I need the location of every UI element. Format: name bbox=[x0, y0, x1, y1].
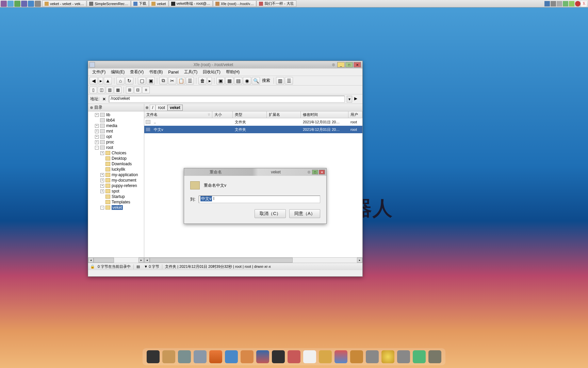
view-detail-button[interactable]: ≡ bbox=[142, 87, 150, 93]
dock-app-icon[interactable] bbox=[428, 350, 441, 363]
dock-brightness-icon[interactable] bbox=[381, 350, 394, 363]
view-big-icons-button[interactable]: ⊞ bbox=[126, 87, 133, 93]
tray-workspace-icon[interactable] bbox=[551, 1, 556, 6]
delete-button[interactable]: ▸ bbox=[207, 77, 212, 85]
tray-workspace-icon[interactable] bbox=[544, 1, 550, 6]
layout-two-pane-button[interactable]: ▥ bbox=[106, 87, 113, 93]
dock-firefox-icon[interactable] bbox=[209, 350, 222, 363]
new-file-button[interactable]: ▢ bbox=[138, 77, 146, 85]
task-button[interactable]: veket终端 - root@… bbox=[169, 0, 213, 7]
tree-toggle-button[interactable]: + bbox=[100, 179, 104, 182]
copy-button[interactable]: ⧉ bbox=[159, 77, 167, 85]
tree-item[interactable]: +my-document bbox=[88, 178, 144, 183]
tree-item[interactable]: +media bbox=[88, 123, 144, 128]
dock-app-icon[interactable] bbox=[178, 350, 191, 363]
view-list-button[interactable]: ☰ bbox=[285, 77, 293, 85]
task-button[interactable]: veket bbox=[149, 0, 168, 7]
tray-ime-icon[interactable]: 五 bbox=[581, 1, 587, 6]
minimize-button[interactable]: _ bbox=[337, 62, 345, 67]
new-folder-button[interactable]: ▣ bbox=[147, 77, 155, 85]
menu-trash[interactable]: 回收站(T) bbox=[201, 68, 222, 76]
launcher-icon[interactable] bbox=[21, 1, 27, 7]
tree-item[interactable]: +proc bbox=[88, 139, 144, 145]
tree-item[interactable]: lib64 bbox=[88, 118, 144, 123]
list-row[interactable]: ..文件夹2021年12月01日 20…root bbox=[144, 118, 362, 126]
tree-item[interactable]: +Choices bbox=[88, 150, 144, 156]
tree-item[interactable]: +spot bbox=[88, 188, 144, 194]
tray-record-icon[interactable] bbox=[575, 1, 581, 6]
task-button[interactable]: 下载 bbox=[131, 0, 149, 7]
column-type-header[interactable]: 类型 bbox=[233, 111, 267, 118]
accept-button[interactable]: 同意（A） bbox=[289, 209, 320, 218]
column-user-header[interactable]: 用户 bbox=[348, 111, 362, 118]
tree-item[interactable]: Desktop bbox=[88, 156, 144, 161]
archive-button[interactable]: ▦ bbox=[225, 77, 233, 85]
tree-scrollbar-horizontal[interactable]: ◂ ▸ bbox=[88, 257, 144, 263]
scroll-thumb[interactable] bbox=[94, 258, 114, 263]
column-mtime-header[interactable]: 修改时间 bbox=[301, 111, 348, 118]
launcher-icon[interactable] bbox=[1, 1, 7, 7]
tree-toggle-button[interactable]: + bbox=[95, 135, 99, 139]
tree-toggle-button[interactable]: + bbox=[95, 124, 99, 128]
clear-address-button[interactable]: ✕ bbox=[101, 96, 107, 102]
menu-bookmarks[interactable]: 书签(B) bbox=[147, 68, 165, 76]
address-dropdown[interactable]: ▾ bbox=[347, 96, 352, 103]
breadcrumb-root[interactable]: / bbox=[150, 105, 156, 111]
dock-app-icon[interactable] bbox=[366, 350, 379, 363]
dialog-maximize-button[interactable]: □ bbox=[312, 170, 318, 174]
list-row[interactable]: 中文v文件夹2021年12月01日 20…root bbox=[144, 126, 362, 133]
tree-item[interactable]: +my-application bbox=[88, 172, 144, 178]
tree-toggle-button[interactable]: + bbox=[95, 113, 99, 117]
tree-toggle-button[interactable]: + bbox=[95, 129, 99, 133]
task-button[interactable]: SimpleScreenRec… bbox=[87, 0, 131, 7]
cancel-button[interactable]: 取消（C） bbox=[255, 209, 286, 218]
search-button[interactable]: 🔍 bbox=[252, 77, 260, 85]
view-small-icons-button[interactable]: ⊟ bbox=[134, 87, 142, 93]
scroll-right-arrow[interactable]: ▸ bbox=[138, 258, 144, 263]
dialog-pin-icon[interactable]: ⊗ bbox=[307, 170, 311, 174]
dock-app-icon[interactable] bbox=[288, 350, 300, 363]
column-ext-header[interactable]: 扩展名 bbox=[267, 111, 301, 118]
tree-item[interactable]: -root bbox=[88, 145, 144, 150]
status-filter-icon[interactable]: ▤ bbox=[136, 264, 141, 269]
dock-app-icon[interactable] bbox=[256, 350, 269, 363]
layout-tree-pane-button[interactable]: ◫ bbox=[98, 87, 105, 93]
cut-button[interactable]: ✂ bbox=[168, 77, 176, 85]
scroll-track[interactable] bbox=[150, 258, 357, 263]
back-button[interactable]: ◀ bbox=[89, 77, 98, 85]
maximize-button[interactable]: □ bbox=[345, 62, 353, 67]
dock-terminal-icon[interactable] bbox=[147, 350, 160, 363]
tree-item[interactable]: +opt bbox=[88, 134, 144, 139]
tree-item[interactable]: +puppy-referen bbox=[88, 183, 144, 188]
scroll-right-arrow[interactable]: ▸ bbox=[357, 258, 362, 263]
address-go-button[interactable]: ▶ bbox=[354, 96, 360, 102]
mount-button[interactable]: ◉ bbox=[243, 77, 251, 85]
scroll-thumb[interactable] bbox=[150, 258, 293, 263]
tree-item[interactable]: Templates bbox=[88, 199, 144, 205]
window-titlebar[interactable]: Xfe (root) - /root/veket ⊗ _ □ ✕ bbox=[88, 61, 362, 68]
launcher-icon[interactable] bbox=[7, 1, 14, 7]
dock-app-icon[interactable] bbox=[350, 350, 363, 363]
task-button[interactable]: Xfe (root) - /root/v… bbox=[213, 0, 256, 7]
refresh-button[interactable]: ↻ bbox=[125, 77, 133, 85]
scroll-left-arrow[interactable]: ◂ bbox=[144, 258, 150, 263]
menu-file[interactable]: 文件(F) bbox=[90, 68, 108, 76]
dock-app-icon[interactable] bbox=[334, 350, 347, 363]
tree-item[interactable]: +mnt bbox=[88, 128, 144, 134]
tree-item[interactable]: -veket bbox=[88, 205, 144, 210]
menu-edit[interactable]: 编辑(E) bbox=[109, 68, 127, 76]
tree-item[interactable]: +lib bbox=[88, 112, 144, 118]
launcher-icon[interactable] bbox=[28, 1, 34, 7]
dialog-titlebar[interactable]: 重命名 veket ⊗ □ ✕ bbox=[184, 168, 326, 176]
paste-button[interactable]: 📋 bbox=[177, 77, 185, 85]
scroll-left-arrow[interactable]: ◂ bbox=[88, 258, 94, 263]
pin-icon[interactable]: ⊗ bbox=[332, 62, 335, 67]
menu-help[interactable]: 帮助(H) bbox=[224, 68, 242, 76]
dock-app-icon[interactable] bbox=[194, 350, 207, 363]
up-button[interactable]: ▲ bbox=[104, 77, 112, 85]
tree-toggle-button[interactable]: + bbox=[100, 173, 104, 177]
task-button[interactable]: veket - veket - vek… bbox=[42, 0, 86, 7]
task-button[interactable]: 我们不一样 - 大壮 bbox=[257, 0, 296, 7]
dock-music-icon[interactable] bbox=[413, 350, 426, 363]
scroll-track[interactable] bbox=[94, 258, 138, 263]
